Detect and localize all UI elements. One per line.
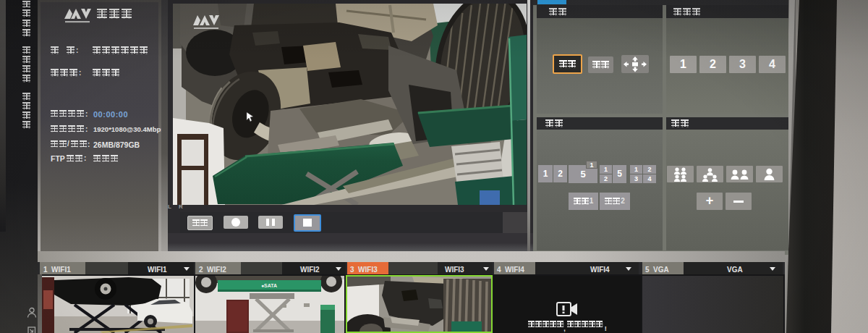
svg-text:●SATA: ●SATA (261, 283, 277, 288)
